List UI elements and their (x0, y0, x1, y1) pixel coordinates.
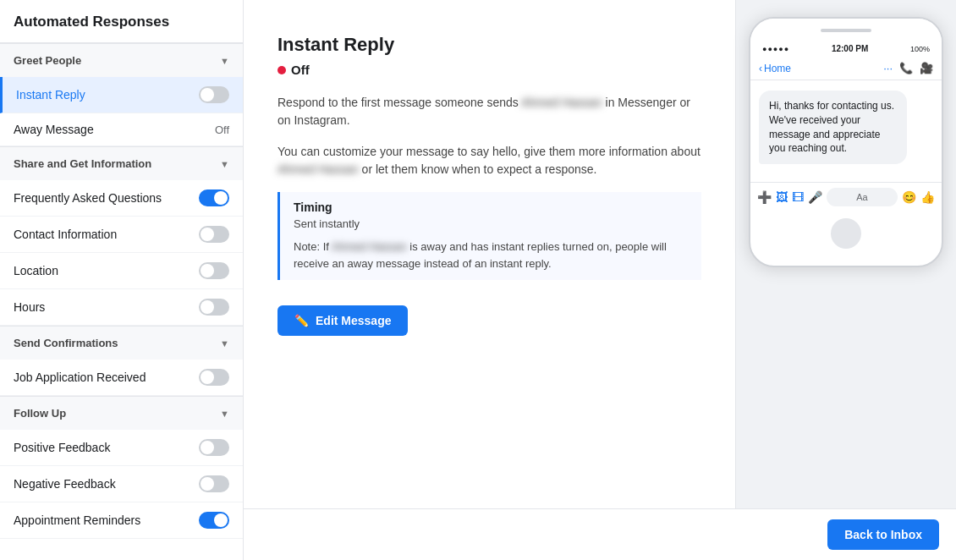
phone-back-label: Home (764, 63, 791, 74)
toggle-contact-info[interactable] (199, 226, 229, 243)
gif-icon[interactable]: 🎞 (792, 190, 804, 204)
phone-back-button[interactable]: ‹ Home (759, 63, 791, 74)
toggle-location[interactable] (199, 262, 229, 279)
sidebar-item-negative-feedback[interactable]: Negative Feedback (0, 466, 243, 502)
section-label-follow-up: Follow Up (14, 407, 66, 420)
desc1-blurred: Ahmed Hassan (521, 96, 602, 109)
sidebar-item-hours[interactable]: Hours (0, 289, 243, 326)
toggle-instant-reply[interactable] (199, 86, 229, 103)
timing-title: Timing (294, 200, 688, 214)
toggle-appointment-reminders[interactable] (199, 512, 229, 529)
input-placeholder: Aa (856, 192, 867, 202)
toggle-negative-feedback[interactable] (199, 475, 229, 492)
chevron-down-icon: ▼ (220, 56, 229, 66)
item-label-negative-feedback: Negative Feedback (14, 477, 116, 491)
item-label-contact-info: Contact Information (14, 228, 117, 241)
timing-block: Timing Sent instantly Note: If Ahmed Has… (277, 192, 701, 280)
item-label-faq: Frequently Asked Questions (14, 191, 162, 205)
away-message-value: Off (215, 124, 229, 136)
phone-frame: ●●●●● 12:00 PM 100% ‹ Home ··· 📞 🎥 Hi, t… (749, 17, 943, 267)
phone-signal-dots: ●●●●● (762, 45, 789, 53)
item-label-positive-feedback: Positive Feedback (14, 441, 110, 454)
sidebar-item-away-message[interactable]: Away Message Off (0, 113, 243, 146)
phone-home-indicator (831, 218, 861, 249)
sidebar-item-positive-feedback[interactable]: Positive Feedback (0, 430, 243, 466)
sidebar-item-instant-reply[interactable]: Instant Reply (0, 77, 243, 113)
item-label-location: Location (14, 264, 58, 277)
edit-message-button[interactable]: ✏️ Edit Message (277, 305, 408, 336)
image-icon[interactable]: 🖼 (776, 190, 788, 204)
note-blurred: Ahmed Hassan (332, 240, 407, 253)
phone-time: 12:00 PM (832, 44, 868, 53)
phone-status-bar: ●●●●● 12:00 PM 100% (750, 42, 942, 57)
item-label-job-application: Job Application Received (14, 371, 146, 384)
toggle-positive-feedback[interactable] (199, 439, 229, 456)
desc2-prefix: You can customize your message to say he… (277, 145, 701, 158)
pencil-icon: ✏️ (294, 314, 309, 327)
section-label-share-info: Share and Get Information (14, 157, 151, 170)
timing-note: Note: If Ahmed Hassan is away and has in… (294, 239, 688, 272)
thumbsup-icon[interactable]: 👍 (920, 190, 935, 204)
back-inbox-label: Back to Inbox (844, 528, 922, 541)
sidebar-section-follow-up[interactable]: Follow Up ▼ (0, 396, 243, 430)
toggle-job-application[interactable] (199, 369, 229, 386)
phone-messages-area: Hi, thanks for contacting us. We've rece… (750, 80, 942, 182)
phone-nav-icons: ··· 📞 🎥 (883, 62, 933, 74)
video-icon[interactable]: 🎥 (920, 62, 933, 74)
sidebar-section-share-info[interactable]: Share and Get Information ▼ (0, 146, 243, 180)
plus-icon[interactable]: ➕ (757, 190, 772, 204)
desc2-blurred: Ahmed Hassan (277, 162, 359, 176)
sidebar: Automated Responses Greet People ▼ Insta… (0, 0, 244, 560)
sidebar-item-contact-info[interactable]: Contact Information (0, 217, 243, 253)
toggle-hours[interactable] (199, 299, 229, 316)
page-title: Instant Reply (277, 34, 701, 56)
phone-icon[interactable]: 📞 (899, 62, 913, 74)
timing-sublabel: Sent instantly (294, 217, 688, 230)
main-content: Instant Reply Off Respond to the first m… (244, 0, 736, 560)
status-label: Off (291, 63, 310, 77)
item-label-away-message: Away Message (14, 123, 94, 136)
chevron-down-icon-follow-up: ▼ (220, 409, 229, 419)
phone-message-input[interactable]: Aa (827, 188, 898, 206)
emoji-icon[interactable]: 😊 (902, 190, 916, 204)
footer-bar: Back to Inbox (244, 508, 956, 560)
more-icon[interactable]: ··· (883, 62, 893, 74)
toggle-faq[interactable] (199, 189, 229, 206)
sidebar-item-appointment-reminders[interactable]: Appointment Reminders (0, 502, 243, 539)
section-label-send-confirmations: Send Confirmations (14, 337, 118, 349)
phone-notch (821, 29, 871, 32)
sidebar-item-location[interactable]: Location (0, 253, 243, 289)
phone-input-bar: ➕ 🖼 🎞 🎤 Aa 😊 👍 (750, 182, 942, 211)
section-label-greet-people: Greet People (14, 54, 81, 67)
status-dot (277, 66, 286, 74)
note-prefix: Note: If (294, 240, 329, 253)
sidebar-item-job-application[interactable]: Job Application Received (0, 360, 243, 396)
phone-top-bar (750, 19, 942, 42)
description-1: Respond to the first message someone sen… (277, 94, 701, 129)
chevron-down-icon-confirmations: ▼ (220, 338, 229, 349)
item-label-appointment-reminders: Appointment Reminders (14, 513, 140, 527)
edit-btn-label: Edit Message (316, 314, 391, 327)
sidebar-section-send-confirmations[interactable]: Send Confirmations ▼ (0, 326, 243, 360)
sidebar-section-greet-people[interactable]: Greet People ▼ (0, 43, 243, 77)
item-label-hours: Hours (14, 300, 45, 314)
item-label-instant-reply: Instant Reply (16, 88, 85, 102)
sidebar-title: Automated Responses (0, 0, 243, 43)
phone-message-bubble: Hi, thanks for contacting us. We've rece… (759, 91, 907, 164)
back-to-inbox-button[interactable]: Back to Inbox (827, 519, 939, 550)
mic-icon[interactable]: 🎤 (808, 190, 822, 204)
sidebar-item-faq[interactable]: Frequently Asked Questions (0, 180, 243, 217)
bubble-text: Hi, thanks for contacting us. We've rece… (769, 100, 894, 154)
chevron-left-icon: ‹ (759, 63, 762, 74)
chevron-down-icon-share: ▼ (220, 159, 229, 169)
desc1-prefix: Respond to the first message someone sen… (277, 96, 519, 109)
description-2: You can customize your message to say he… (277, 143, 701, 178)
desc2-suffix: or let them know when to expect a respon… (362, 162, 597, 176)
phone-preview: ●●●●● 12:00 PM 100% ‹ Home ··· 📞 🎥 Hi, t… (736, 0, 956, 560)
phone-nav-bar: ‹ Home ··· 📞 🎥 (750, 57, 942, 80)
status-badge: Off (277, 63, 701, 77)
phone-battery: 100% (910, 45, 930, 53)
